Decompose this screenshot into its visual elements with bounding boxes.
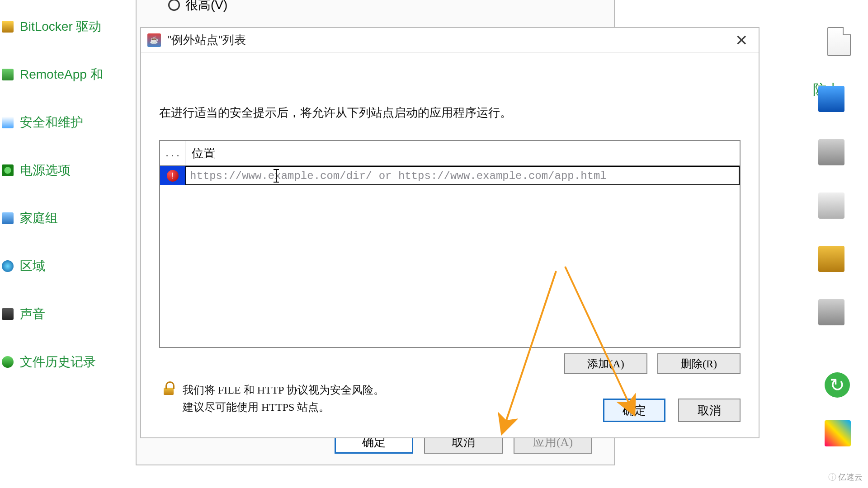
col-location-header: 位置	[185, 141, 740, 165]
device-icon[interactable]	[818, 192, 844, 219]
cp-item-filehistory[interactable]: 文件历史记录	[0, 353, 113, 371]
security-warning: 我们将 FILE 和 HTTP 协议视为安全风险。 建议尽可能使用 HTTPS …	[163, 381, 384, 416]
dialog-title: "例外站点"列表	[167, 32, 246, 48]
sites-table: ... 位置 !	[159, 140, 741, 348]
dialog-buttons: 确定 取消	[603, 399, 741, 422]
cp-item-bitlocker[interactable]: BitLocker 驱动	[0, 18, 113, 35]
cp-label: 电源选项	[20, 162, 71, 179]
file-icon[interactable]	[827, 27, 851, 56]
sync-icon[interactable]	[825, 372, 850, 398]
cp-label: 声音	[20, 305, 45, 323]
lock-open-icon	[163, 381, 176, 395]
cp-label: BitLocker 驱动	[20, 18, 102, 35]
color-management-icon[interactable]	[825, 420, 851, 446]
radio-icon	[168, 0, 180, 11]
printer-icon[interactable]	[818, 299, 844, 325]
warn-line2: 建议尽可能使用 HTTPS 站点。	[183, 399, 384, 416]
row-url-cell	[185, 166, 740, 185]
watermark: 亿速云	[828, 472, 863, 483]
ok-button[interactable]: 确定	[603, 399, 665, 422]
url-input[interactable]	[186, 167, 739, 184]
cp-item-region[interactable]: 区域	[0, 258, 113, 275]
cp-item-power[interactable]: 电源选项	[0, 162, 113, 179]
cancel-button[interactable]: 取消	[678, 399, 741, 422]
remove-button[interactable]: 删除(R)	[657, 353, 741, 374]
cp-item-sound[interactable]: 声音	[0, 305, 113, 323]
warning-text: 我们将 FILE 和 HTTP 协议视为安全风险。 建议尽可能使用 HTTPS …	[183, 381, 384, 416]
col-icon-header: ...	[160, 141, 185, 165]
power-icon	[2, 164, 14, 176]
credential-icon[interactable]	[818, 246, 844, 272]
dialog-description: 在进行适当的安全提示后，将允许从下列站点启动的应用程序运行。	[159, 105, 512, 121]
control-panel-right	[818, 86, 854, 352]
exception-sites-dialog: ☕ "例外站点"列表 ✕ 在进行适当的安全提示后，将允许从下列站点启动的应用程序…	[140, 27, 760, 438]
cp-item-security[interactable]: 安全和维护	[0, 114, 113, 131]
cp-label: 文件历史记录	[20, 353, 96, 371]
control-panel-left: BitLocker 驱动 RemoteApp 和 安全和维护 电源选项 家庭组 …	[0, 18, 113, 401]
globe-icon	[2, 260, 14, 272]
titlebar: ☕ "例外站点"列表 ✕	[141, 28, 759, 52]
cp-label: 安全和维护	[20, 114, 83, 131]
drive-icon	[2, 21, 14, 33]
warn-line1: 我们将 FILE 和 HTTP 协议视为安全风险。	[183, 381, 384, 399]
add-remove-row: 添加(A) 删除(R)	[564, 353, 741, 374]
people-icon	[2, 212, 14, 224]
cp-label: 区域	[20, 258, 45, 275]
storage-icon[interactable]	[818, 139, 844, 165]
table-header: ... 位置	[160, 141, 740, 166]
radio-label: 很高(V)	[185, 0, 227, 14]
table-row[interactable]: !	[160, 166, 740, 185]
cp-label: 家庭组	[20, 210, 58, 227]
cp-label: RemoteApp 和	[20, 66, 103, 83]
alert-icon: !	[167, 170, 179, 182]
flag-icon	[2, 117, 14, 128]
row-status-cell: !	[160, 166, 185, 185]
add-button[interactable]: 添加(A)	[564, 353, 647, 374]
text-cursor-icon	[276, 169, 277, 183]
close-button[interactable]: ✕	[731, 31, 752, 49]
watermark-text: 亿速云	[838, 472, 863, 483]
radio-very-high[interactable]: 很高(V)	[168, 0, 227, 14]
java-icon: ☕	[147, 33, 161, 47]
remoteapp-icon	[2, 69, 14, 80]
speaker-icon	[2, 308, 14, 320]
windows-togo-icon[interactable]	[818, 86, 844, 112]
cp-item-remoteapp[interactable]: RemoteApp 和	[0, 66, 113, 83]
history-icon	[2, 356, 14, 368]
cp-item-homegroup[interactable]: 家庭组	[0, 210, 113, 227]
